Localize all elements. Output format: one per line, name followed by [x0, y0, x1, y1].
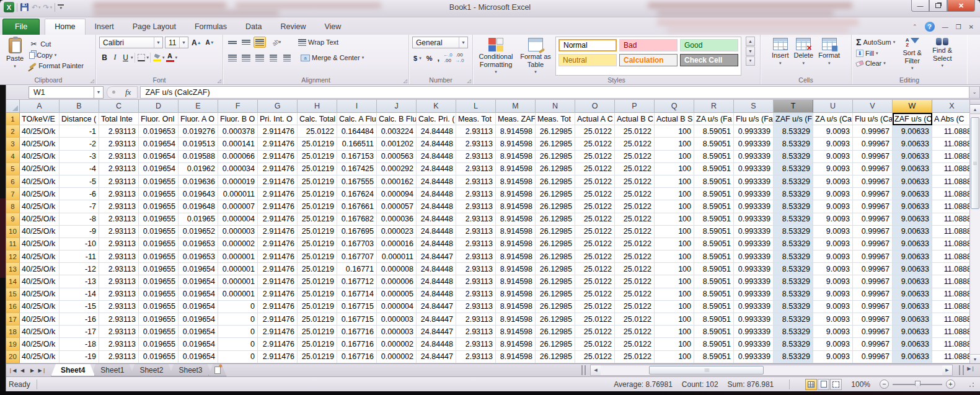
cell-L2[interactable]: 2.93113	[456, 125, 496, 138]
cell-F7[interactable]: 0.000011	[218, 188, 258, 200]
cell-X18[interactable]: 11.0888	[932, 326, 972, 338]
cell-J9[interactable]: 0.000036	[377, 213, 417, 226]
cell-U11[interactable]: 9.0093	[813, 238, 853, 251]
row-header-8[interactable]: 8	[6, 200, 20, 213]
font-name-combo[interactable]: Calibri▼	[99, 37, 163, 48]
cell-N11[interactable]: 26.12985	[536, 238, 575, 251]
cell-H14[interactable]: 25.01219	[298, 275, 337, 288]
cell-M8[interactable]: 8.914598	[496, 200, 536, 213]
cell-G20[interactable]: 2.911476	[258, 351, 298, 363]
cell-T10[interactable]: 8.53329	[774, 226, 813, 238]
cell-F8[interactable]: 0.000007	[218, 200, 258, 213]
cell-X3[interactable]: 11.0888	[932, 138, 972, 150]
expand-formula-bar-icon[interactable]: ⌄	[969, 86, 980, 99]
tab-data[interactable]: Data	[236, 19, 271, 35]
cell-T2[interactable]: 8.53329	[774, 125, 813, 138]
cell-S12[interactable]: 0.993339	[734, 251, 774, 263]
cell-P2[interactable]: 25.0122	[615, 125, 655, 138]
cell-G15[interactable]: 2.911476	[258, 288, 298, 301]
cell-G3[interactable]: 2.911476	[258, 138, 298, 150]
cell-T14[interactable]: 8.53329	[774, 275, 813, 288]
cell-C3[interactable]: 2.93113	[99, 138, 139, 150]
cell-V7[interactable]: 0.99967	[853, 188, 893, 200]
collapse-ribbon-icon[interactable]: ⌃	[912, 24, 917, 30]
row-header-10[interactable]: 10	[6, 226, 20, 238]
cell-R7[interactable]: 8.59051	[694, 188, 734, 200]
cell-G18[interactable]: 2.911476	[258, 326, 298, 338]
vertical-scroll-thumb[interactable]	[971, 117, 979, 209]
cell-K18[interactable]: 24.84447	[417, 326, 456, 338]
cell-X14[interactable]: 11.0888	[932, 275, 972, 288]
cell-N15[interactable]: 26.12985	[536, 288, 575, 301]
cell-M5[interactable]: 8.914598	[496, 163, 536, 175]
row-header-9[interactable]: 9	[6, 213, 20, 226]
cell-W12[interactable]: 9.00633	[893, 251, 932, 263]
cell-U7[interactable]: 9.0093	[813, 188, 853, 200]
paste-button[interactable]: Paste▾	[4, 37, 25, 70]
cell-H18[interactable]: 25.01219	[298, 326, 337, 338]
cell-P14[interactable]: 25.0122	[615, 275, 655, 288]
chevron-down-icon[interactable]: ▾	[175, 55, 178, 60]
name-box-dropdown-icon[interactable]: ▼	[94, 86, 104, 99]
insert-function-icon[interactable]: fx	[125, 87, 131, 97]
cell-Q17[interactable]: 100	[655, 313, 694, 326]
cell-I14[interactable]: 0.167712	[337, 275, 377, 288]
cell-T1[interactable]: ZAF u/s (F	[774, 113, 813, 125]
cell-E17[interactable]: 0.019654	[179, 313, 218, 326]
cell-P13[interactable]: 25.0122	[615, 263, 655, 275]
cell-A19[interactable]: 40/25/O/k	[20, 338, 60, 350]
cell-Q18[interactable]: 100	[655, 326, 694, 338]
cell-P5[interactable]: 25.0122	[615, 163, 655, 175]
cell-F3[interactable]: 0.000141	[218, 138, 258, 150]
zoom-in-button[interactable]: +	[946, 379, 955, 389]
cell-P9[interactable]: 25.0122	[615, 213, 655, 226]
cell-C10[interactable]: 2.93113	[99, 226, 139, 238]
cell-P10[interactable]: 25.0122	[615, 226, 655, 238]
cell-J15[interactable]: 0.000005	[377, 288, 417, 301]
column-header-L[interactable]: L	[456, 100, 496, 113]
cell-W10[interactable]: 9.00633	[893, 226, 932, 238]
zoom-track[interactable]	[893, 384, 942, 385]
cell-S4[interactable]: 0.993339	[734, 151, 774, 163]
cell-W7[interactable]: 9.00633	[893, 188, 932, 200]
row-header-2[interactable]: 2	[6, 125, 20, 138]
row-header-16[interactable]: 16	[6, 301, 20, 313]
cell-I8[interactable]: 0.167661	[337, 200, 377, 213]
column-header-W[interactable]: W	[893, 100, 932, 113]
cell-K8[interactable]: 24.84448	[417, 200, 456, 213]
cell-V9[interactable]: 0.99967	[853, 213, 893, 226]
cell-O19[interactable]: 25.0122	[575, 338, 615, 350]
cell-M9[interactable]: 8.914598	[496, 213, 536, 226]
cell-V13[interactable]: 0.99967	[853, 263, 893, 275]
cell-G16[interactable]: 2.911476	[258, 301, 298, 313]
horizontal-scrollbar[interactable]: ◀ ▶	[590, 365, 953, 376]
first-sheet-icon[interactable]: ❘◀	[7, 364, 17, 376]
cell-W3[interactable]: 9.00633	[893, 138, 932, 150]
cell-J5[interactable]: 0.000292	[377, 163, 417, 175]
cell-J17[interactable]: 0.000003	[377, 313, 417, 326]
cell-K13[interactable]: 24.84448	[417, 263, 456, 275]
cell-H10[interactable]: 25.01219	[298, 226, 337, 238]
cell-C6[interactable]: 2.93113	[99, 175, 139, 188]
cell-G13[interactable]: 2.911476	[258, 263, 298, 275]
cell-B20[interactable]: -19	[60, 351, 99, 363]
increase-indent-button[interactable]	[281, 52, 293, 63]
wrap-text-button[interactable]: Wrap Text	[297, 38, 340, 47]
cell-F19[interactable]: 0	[218, 338, 258, 350]
autosum-button[interactable]: ΣAutoSum▾	[855, 37, 896, 48]
format-as-table-button[interactable]: Format as Table▾	[518, 37, 553, 76]
cell-A10[interactable]: 40/25/O/k	[20, 226, 60, 238]
cell-H9[interactable]: 25.01219	[298, 213, 337, 226]
cell-K10[interactable]: 24.84448	[417, 226, 456, 238]
cell-I20[interactable]: 0.167716	[337, 351, 377, 363]
cell-X15[interactable]: 11.0888	[932, 288, 972, 301]
cell-K12[interactable]: 24.84447	[417, 251, 456, 263]
cell-S17[interactable]: 0.993339	[734, 313, 774, 326]
style-normal[interactable]: Normal	[558, 39, 617, 51]
cell-X5[interactable]: 11.0888	[932, 163, 972, 175]
cell-I15[interactable]: 0.167714	[337, 288, 377, 301]
cell-O14[interactable]: 25.0122	[575, 275, 615, 288]
column-header-V[interactable]: V	[853, 100, 893, 113]
cell-F11[interactable]: 0.000002	[218, 238, 258, 251]
row-header-18[interactable]: 18	[6, 326, 20, 338]
